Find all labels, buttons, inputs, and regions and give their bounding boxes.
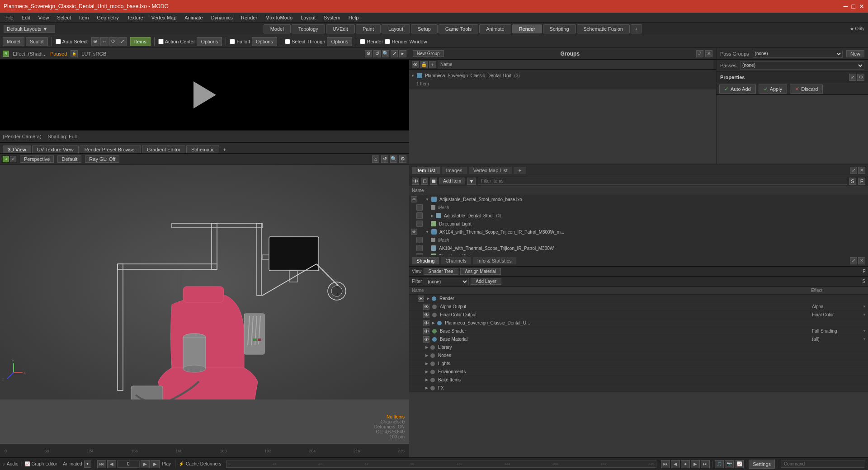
tab-3dview[interactable]: 3D View [3,146,31,153]
base-mat-eye-btn[interactable]: 👁 [423,336,429,343]
command-input[interactable] [781,461,865,468]
viewport-home-btn[interactable]: ⌂ [372,155,379,163]
item-vis-toggle[interactable] [416,221,423,227]
list-item[interactable]: AK104_with_Thermal_Scope_Trijicon_IR_Pat… [409,244,868,252]
item-vis-toggle[interactable] [416,245,423,251]
close-btn[interactable]: ✕ [859,3,864,10]
tab-uv-texture[interactable]: UV Texture View [32,146,79,153]
prev-frame-btn[interactable]: ◀ [107,460,116,468]
bake-expand[interactable]: ▶ [425,378,428,382]
tab-setup[interactable]: Setup [411,24,438,33]
auto-select-input[interactable] [56,39,61,44]
tab-layout[interactable]: Layout [382,24,410,33]
render-expand[interactable]: ▶ [427,296,429,301]
groups-lock-btn[interactable]: 🔒 [420,61,428,68]
menu-vertex-map[interactable]: Vertex Map [148,14,180,21]
groups-add-btn[interactable]: + [429,61,436,68]
tl-graph-btn[interactable]: 📈 [735,460,744,468]
tab-topology[interactable]: Topology [292,24,325,33]
apply-btn[interactable]: ✓ Apply [759,85,788,94]
shader-row-environments[interactable]: ▶ Environments [409,368,868,376]
transform-btn-3[interactable]: ⟳ [109,37,118,46]
viewport-tab-add[interactable]: + [220,146,228,153]
tab-item-list[interactable]: Item List [412,167,440,174]
minimize-btn[interactable]: ─ [844,3,848,10]
shader-row-lights[interactable]: ▶ Lights [409,360,868,368]
item-vis-toggle[interactable] [416,237,423,243]
preview-expand-btn[interactable]: ⤢ [391,50,398,57]
menu-render[interactable]: Render [237,14,261,21]
filter-select[interactable]: (none) [424,278,469,285]
groups-expand-btn[interactable]: ⤢ [696,50,703,57]
next-frame-btn[interactable]: ▶ [151,460,160,468]
menu-dynamics[interactable]: Dynamics [208,14,236,21]
pass-new-btn[interactable]: New [846,50,864,57]
play-text-btn[interactable]: Play [160,461,173,466]
shader-row-alpha[interactable]: 👁 Alpha Output Alpha ▼ [409,303,868,311]
item-vis-btn[interactable]: ◼ [430,178,437,185]
viewport-refresh-btn[interactable]: ↺ [381,155,388,163]
frame-input[interactable] [117,461,140,468]
item-vis-toggle[interactable]: 👁 [411,229,417,235]
viewport-settings-btn[interactable]: ⚙ [399,155,406,163]
item-eye-btn[interactable]: 👁 [412,178,419,185]
menu-texture[interactable]: Texture [123,14,147,21]
animated-dropdown[interactable]: ▼ [84,461,91,468]
item-list-settings-btn[interactable]: ✕ [858,167,865,174]
window-controls[interactable]: ─ □ ✕ [844,3,864,10]
menu-system[interactable]: System [320,14,344,21]
menu-select[interactable]: Select [53,14,75,21]
options-3-btn[interactable]: Options [327,37,352,46]
options-2-btn[interactable]: Options [252,37,277,46]
tab-info-stats[interactable]: Info & Statistics [473,257,516,264]
tab-schematic[interactable]: Schematic [186,146,219,153]
play-btn[interactable]: ▶ [141,460,150,468]
filter-s-btn[interactable]: S [849,178,856,185]
discard-btn[interactable]: ✕ Discard [790,85,823,94]
shader-tree-btn[interactable]: Shader Tree [424,268,458,275]
render-eye-btn[interactable]: 👁 [418,296,424,302]
transform-btn-2[interactable]: ↔ [100,37,108,46]
tab-game-tools[interactable]: Game Tools [439,24,479,33]
options-1-btn[interactable]: Options [197,37,222,46]
preview-zoom-btn[interactable]: 🔍 [382,50,389,57]
action-center-input[interactable] [158,39,164,44]
list-item[interactable]: Directional Light [409,220,868,228]
play-icon[interactable] [193,81,216,108]
shader-row-library[interactable]: ▶ Library [409,343,868,352]
lock-icon[interactable]: 🔒 [71,50,78,57]
falloff-input[interactable] [230,39,235,44]
menu-help[interactable]: Help [345,14,363,21]
list-item[interactable]: Mesh [409,236,868,244]
prev-key-btn[interactable]: ⏮ [97,460,106,468]
item-list-expand-btn[interactable]: ⤢ [850,167,857,174]
render-window-check[interactable]: Render Window [385,39,427,44]
ray-gl-btn[interactable]: Ray GL: Off [85,155,119,163]
falloff-check[interactable]: Falloff [230,39,250,44]
menu-file[interactable]: File [2,14,17,21]
tab-uvedit[interactable]: UVEdit [326,24,355,33]
shader-settings-btn[interactable]: ✕ [858,257,865,264]
cache-btn[interactable]: Cache Deformers [186,461,221,466]
list-item[interactable]: ▶ Adjustable_Dental_Stool (2) [409,212,868,220]
tab-model[interactable]: Model [264,24,291,33]
lights-expand[interactable]: ▶ [425,362,428,366]
menu-view[interactable]: View [35,14,53,21]
items-btn[interactable]: Items [130,37,151,46]
tl-camera-btn[interactable]: 📷 [725,460,734,468]
tab-paint[interactable]: Paint [356,24,381,33]
properties-expand-btn[interactable]: ⤢ [849,74,856,81]
passes-select[interactable]: (none) [740,61,864,70]
add-layer-btn[interactable]: Add Layer [471,278,501,285]
layout-dropdown[interactable]: Default Layouts ▼ [4,25,55,33]
item-vis-toggle[interactable] [416,212,423,219]
item-vis-toggle[interactable] [416,204,423,211]
planmeca-expand[interactable]: ▶ [432,321,435,325]
fx-expand[interactable]: ▶ [425,386,428,390]
tl-btn-4[interactable]: ▶ [691,460,700,468]
shader-row-planmeca[interactable]: 👁 ▶ Planmeca_Sovereign_Classic_Dental_U.… [409,319,868,327]
render-window-input[interactable] [385,39,390,44]
shader-row-bake[interactable]: ▶ Bake Items [409,376,868,384]
groups-root-item[interactable]: ▼ Planmeca_Sovereign_Classic_Dental_Unit… [409,71,716,80]
tab-images[interactable]: Images [442,167,467,174]
